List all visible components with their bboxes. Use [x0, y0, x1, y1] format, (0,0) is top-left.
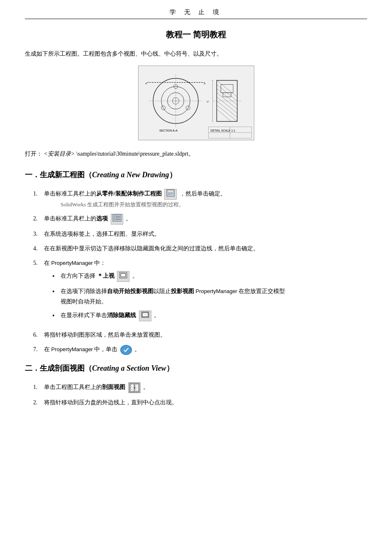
step-6: 6. 将指针移动到图形区域，然后单击来放置视图。 [33, 330, 367, 340]
section2-steps: 1. 单击工程图工具栏上的剖面视图 [25, 382, 367, 408]
sub-1-bold: ＊上视 [97, 273, 114, 279]
open-path: <安装目录> [44, 151, 75, 157]
s2-step-1-num: 1. [33, 382, 41, 392]
sub-content-3: 在显示样式下单击消除隐藏线 。 [61, 310, 367, 321]
step-5-content: 在 PropertyManager 中： • 在方向下选择 ＊上视 。 [44, 258, 367, 325]
svg-rect-51 [121, 274, 126, 277]
intro-text: 生成如下所示工程图。工程图包含多个视图、中心线、中心符号、以及尺寸。 [25, 49, 367, 59]
property-manager-label-7: PropertyManager [51, 346, 93, 352]
step-3-content: 在系统选项标签上，选择工程图、显示样式。 [44, 229, 367, 239]
step-6-num: 6. [33, 330, 41, 340]
bullet-2: • [52, 286, 58, 298]
step-5-sublist: • 在方向下选择 ＊上视 。 • [44, 271, 367, 322]
step-4-num: 4. [33, 243, 41, 254]
svg-rect-49 [114, 219, 116, 220]
svg-text:A: A [145, 82, 147, 85]
section2-heading: 二．生成剖面视图（Creating a Section View） [25, 362, 367, 374]
sub-2-bold1: 自动开始投影视图 [107, 288, 153, 294]
step-1-num: 1. [33, 188, 41, 199]
open-file-text: 打开： <安装目录> \samples\tutorial\30minute\pr… [25, 149, 367, 159]
svg-rect-48 [114, 217, 116, 218]
options-icon [111, 214, 123, 225]
sub-item-1: • 在方向下选择 ＊上视 。 [52, 271, 367, 283]
step-7-content: 在 PropertyManager 中，单击 。 [44, 344, 367, 355]
svg-text:SECTION A-A: SECTION A-A [159, 129, 178, 132]
step-1-note: SolidWorks 生成工程图并开始放置模型视图的过程。 [44, 200, 367, 209]
section1-steps: 1. 单击标准工具栏上的从零件/装配体制作工程图 ，然后单击确定。 SolidW… [25, 188, 367, 355]
svg-rect-39 [168, 191, 173, 192]
step-2-num: 2. [33, 213, 41, 224]
sub-3-bold: 消除隐藏线 [107, 312, 136, 318]
step-4: 4. 在在新视图中显示切边下选择移除以隐藏圆角化面之间的过渡边线，然后单击确定。 [33, 243, 367, 254]
section2-step-1: 1. 单击工程图工具栏上的剖面视图 [33, 382, 367, 393]
s2-step-1-bold: 剖面视图 [102, 384, 125, 390]
sub-item-3: • 在显示样式下单击消除隐藏线 。 [52, 310, 367, 322]
s2-step-2-num: 2. [33, 397, 41, 408]
svg-text:A: A [203, 82, 205, 85]
sub-2-bold2: 投影视图 [171, 288, 194, 294]
section2-step-2: 2. 将指针移动到压力盘的外边线上，直到中心点出现。 [33, 397, 367, 408]
bullet-1: • [52, 271, 58, 283]
svg-text:37: 37 [206, 100, 209, 103]
s2-step-1-content: 单击工程图工具栏上的剖面视图 [44, 382, 367, 393]
sub-item-2: • 在选项下消除选择自动开始投影视图以阻止投影视图 PropertyManage… [52, 286, 367, 307]
property-manager-inline: PropertyManager [196, 288, 237, 294]
header-slogan: 学 无 止 境 [25, 8, 367, 19]
step-2-content: 单击标准工具栏上的选项 。 [44, 213, 367, 225]
step-2: 2. 单击标准工具栏上的选项 。 [33, 213, 367, 225]
section-view-icon [128, 382, 141, 393]
svg-rect-47 [114, 215, 116, 217]
step-5: 5. 在 PropertyManager 中： • 在方向下选择 ＊上视 [33, 258, 367, 325]
drawing-image-container: A A [25, 66, 367, 142]
step-1-bold: 从零件/装配体制作工程图 [96, 191, 162, 197]
step-1: 1. 单击标准工具栏上的从零件/装配体制作工程图 ，然后单击确定。 SolidW… [33, 188, 367, 209]
drawing-icon [164, 189, 177, 200]
step-7: 7. 在 PropertyManager 中，单击 。 [33, 344, 367, 355]
bullet-3: • [52, 310, 58, 322]
section1-heading: 一．生成新工程图（Creating a New Drawing） [25, 169, 367, 181]
property-manager-label-5: PropertyManager [51, 260, 93, 266]
step-1-content: 单击标准工具栏上的从零件/装配体制作工程图 ，然后单击确定。 SolidWork… [44, 188, 367, 209]
step-6-content: 将指针移动到图形区域，然后单击来放置视图。 [44, 330, 367, 340]
svg-text:DETAIL SCALE 1:1: DETAIL SCALE 1:1 [210, 129, 235, 132]
step-7-num: 7. [33, 344, 41, 355]
sub-content-1: 在方向下选择 ＊上视 。 [61, 271, 367, 282]
sub-content-2: 在选项下消除选择自动开始投影视图以阻止投影视图 PropertyManager … [61, 286, 367, 307]
step-4-content: 在在新视图中显示切边下选择移除以隐藏圆角化面之间的过渡边线，然后单击确定。 [44, 243, 367, 254]
hidden-lines-icon [139, 311, 151, 321]
step-3: 3. 在系统选项标签上，选择工程图、显示样式。 [33, 229, 367, 239]
open-suffix: \samples\tutorial\30minute\pressure_plat… [76, 151, 194, 157]
s2-step-2-content: 将指针移动到压力盘的外边线上，直到中心点出现。 [44, 397, 367, 408]
drawing-image: A A [138, 66, 254, 140]
open-prefix: 打开： [25, 151, 42, 157]
step-2-bold: 选项 [96, 215, 108, 222]
svg-rect-0 [139, 66, 253, 140]
step-5-num: 5. [33, 258, 41, 268]
check-icon [120, 345, 132, 355]
step-3-num: 3. [33, 229, 41, 239]
svg-rect-53 [142, 313, 148, 317]
top-view-icon [117, 271, 129, 282]
tutorial-title: 教程一 简明教程 [25, 29, 367, 40]
